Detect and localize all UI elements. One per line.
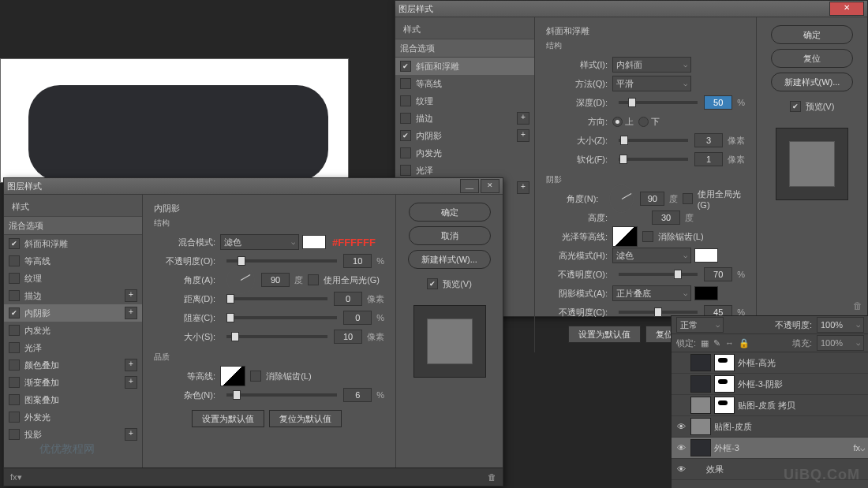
checkbox-icon[interactable] [9,307,20,319]
style-dropdown[interactable]: 内斜面 [612,57,691,73]
global-light-checkbox[interactable] [308,274,319,285]
fill-dropdown[interactable]: 100% [817,335,864,351]
radio-up[interactable] [612,117,623,127]
distance-slider[interactable] [226,297,327,300]
checkbox-icon[interactable] [9,290,20,301]
checkbox-icon[interactable] [400,130,411,141]
radio-down[interactable] [638,117,649,127]
style-pattern-overlay[interactable]: 图案叠加 [4,391,142,408]
layer-row[interactable]: 外框-3-阴影 [672,374,868,395]
blending-options[interactable]: 混合选项 [4,216,142,235]
checkbox-icon[interactable] [400,113,411,124]
trash-icon[interactable]: 🗑 [488,472,496,482]
highlight-color-swatch[interactable] [694,248,718,263]
antialias-checkbox[interactable] [642,231,653,242]
plus-icon[interactable]: + [517,112,529,125]
lock-icon[interactable]: 🔒 [739,338,750,348]
lock-icon[interactable]: ✎ [713,338,720,348]
angle-input[interactable]: 90 [640,192,664,206]
plus-icon[interactable]: + [125,428,137,441]
close-icon[interactable]: ✕ [481,179,499,193]
checkbox-icon[interactable] [400,147,411,158]
reset-button[interactable]: 复位 [771,49,853,68]
style-satin[interactable]: 光泽 [4,339,142,356]
choke-slider[interactable] [226,316,337,319]
set-default-button[interactable]: 设置为默认值 [192,410,264,427]
antialias-checkbox[interactable] [250,371,261,382]
style-satin[interactable]: 光泽 [395,162,534,179]
checkbox-icon[interactable] [9,359,20,371]
contour-picker[interactable] [220,366,245,386]
noise-input[interactable]: 6 [343,388,372,402]
blend-mode-dropdown[interactable]: 正常 [676,317,724,333]
checkbox-icon[interactable] [9,255,20,266]
size-input[interactable]: 3 [694,133,723,147]
checkbox-icon[interactable] [9,412,20,423]
opacity-slider[interactable] [226,259,337,263]
style-gradient-overlay[interactable]: 渐变叠加+ [4,374,142,391]
set-default-button[interactable]: 设置为默认值 [568,326,641,343]
checkbox-icon[interactable] [9,238,20,249]
new-style-button[interactable]: 新建样式(W)... [771,73,854,91]
new-style-button[interactable]: 新建样式(W)... [408,250,491,269]
lock-icon[interactable]: ↔ [725,338,734,348]
style-contour[interactable]: 等高线 [395,75,534,92]
shadow-color-swatch[interactable] [694,286,718,300]
trash-icon[interactable]: 🗑 [853,300,862,311]
checkbox-icon[interactable] [9,325,20,336]
layer-row[interactable]: 👁贴图-皮质 [672,416,868,438]
checkbox-icon[interactable] [400,95,411,106]
eye-icon[interactable]: 👁 [675,464,687,474]
ok-button[interactable]: 确定 [409,203,491,222]
style-stroke[interactable]: 描边+ [4,287,142,304]
checkbox-icon[interactable] [9,394,20,405]
highlight-mode-dropdown[interactable]: 滤色 [612,248,691,263]
plus-icon[interactable]: + [125,359,137,371]
plus-icon[interactable]: + [517,181,529,194]
layer-row[interactable]: 贴图-皮质 拷贝 [672,395,868,416]
plus-icon[interactable]: + [125,376,137,389]
angle-input[interactable]: 90 [261,273,290,287]
minimize-icon[interactable]: __ [460,179,479,193]
soften-slider[interactable] [619,158,688,161]
cancel-button[interactable]: 取消 [409,226,491,245]
blend-mode-dropdown[interactable]: 滤色 [220,234,299,250]
opacity-input[interactable]: 10 [343,254,372,268]
global-light-checkbox[interactable] [683,193,692,204]
color-swatch[interactable] [302,235,326,249]
checkbox-icon[interactable] [9,273,20,284]
depth-input[interactable]: 50 [704,95,732,110]
style-inner-glow[interactable]: 内发光 [4,322,142,339]
opacity-dropdown[interactable]: 100% [817,317,864,333]
size-slider[interactable] [619,139,688,142]
checkbox-icon[interactable] [400,78,411,89]
plus-icon[interactable]: + [517,129,529,142]
preview-checkbox[interactable] [790,101,801,112]
distance-input[interactable]: 0 [334,292,362,306]
titlebar[interactable]: 图层样式 ✕ [395,1,867,17]
style-texture[interactable]: 纹理 [4,270,142,287]
eye-icon[interactable]: 👁 [675,422,687,431]
style-bevel[interactable]: 斜面和浮雕 [4,235,142,252]
checkbox-icon[interactable] [9,429,20,440]
size-slider[interactable] [226,335,327,338]
plus-icon[interactable]: + [125,289,137,302]
gloss-contour[interactable] [612,226,638,247]
chevron-down-icon[interactable]: ⌵ [860,443,866,453]
checkbox-icon[interactable] [9,342,20,353]
reset-default-button[interactable]: 复位为默认值 [269,410,342,427]
checkbox-icon[interactable] [400,61,411,72]
style-color-overlay[interactable]: 颜色叠加+ [4,356,142,374]
preview-checkbox[interactable] [427,278,438,289]
layer-row[interactable]: 外框-高光 [672,352,868,374]
choke-input[interactable]: 0 [343,311,372,325]
fx-badge[interactable]: fx [853,443,860,453]
style-inner-glow[interactable]: 内发光 [395,144,534,162]
method-dropdown[interactable]: 平滑 [612,76,691,91]
highlight-opacity-input[interactable]: 70 [704,267,732,281]
soften-input[interactable]: 1 [694,152,723,166]
ok-button[interactable]: 确定 [771,25,853,44]
style-inner-shadow[interactable]: 内阴影+ [4,304,142,322]
lock-icon[interactable]: ▦ [701,338,709,348]
style-stroke[interactable]: 描边+ [395,110,534,127]
